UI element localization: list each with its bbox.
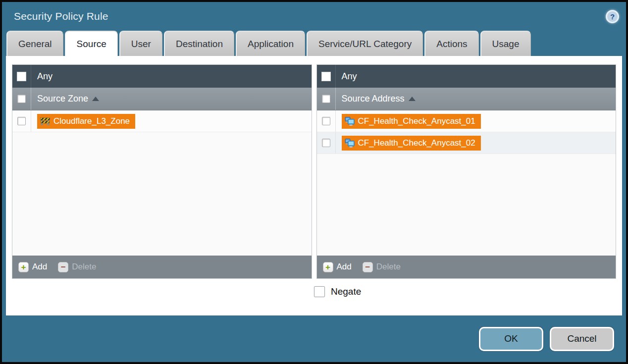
- address-chip[interactable]: CF_Health_Check_Anycast_01: [342, 114, 481, 129]
- row-checkbox-cell: [317, 110, 336, 132]
- address-any-checkbox[interactable]: [321, 72, 331, 81]
- zone-any-label: Any: [37, 71, 52, 82]
- delete-minus-icon: −: [363, 262, 373, 272]
- zone-panel-footer: + Add − Delete: [12, 256, 312, 278]
- zone-icon: [40, 117, 50, 125]
- add-label: Add: [32, 262, 47, 272]
- address-rows: CF_Health_Check_Anycast_01: [317, 110, 616, 256]
- address-selectall-checkbox[interactable]: [322, 95, 330, 103]
- add-plus-icon: +: [18, 262, 29, 272]
- sort-ascending-icon[interactable]: [409, 97, 416, 101]
- zone-any-checkbox-cell: [12, 65, 31, 88]
- row-checkbox[interactable]: [322, 139, 330, 147]
- tab-user[interactable]: User: [119, 31, 162, 56]
- zone-delete-button[interactable]: − Delete: [58, 262, 96, 272]
- tab-destination[interactable]: Destination: [164, 31, 234, 56]
- negate-row: Negate: [12, 286, 616, 297]
- help-icon[interactable]: ?: [606, 10, 619, 23]
- negate-spacer: [12, 286, 314, 297]
- sort-ascending-icon[interactable]: [92, 97, 99, 101]
- zone-rows: Cloudflare_L3_Zone: [12, 110, 312, 256]
- address-column-label[interactable]: Source Address: [342, 94, 405, 104]
- add-plus-icon: +: [323, 262, 333, 272]
- zone-chip[interactable]: Cloudflare_L3_Zone: [37, 114, 135, 129]
- address-add-button[interactable]: + Add: [323, 262, 352, 272]
- tab-application[interactable]: Application: [236, 31, 305, 56]
- zone-selectall-cell: [12, 88, 31, 110]
- tab-general[interactable]: General: [6, 31, 63, 56]
- dialog-footer: OK Cancel: [2, 315, 626, 362]
- tab-actions[interactable]: Actions: [424, 31, 478, 56]
- row-checkbox[interactable]: [17, 117, 26, 125]
- row-checkbox[interactable]: [322, 117, 330, 125]
- address-any-checkbox-cell: [317, 65, 336, 88]
- tab-usage[interactable]: Usage: [480, 31, 531, 56]
- security-policy-rule-dialog: Security Policy Rule ? General Source Us…: [0, 0, 628, 364]
- zone-any-checkbox[interactable]: [17, 72, 26, 81]
- cancel-button[interactable]: Cancel: [550, 327, 614, 351]
- tab-service-url-category[interactable]: Service/URL Category: [307, 31, 423, 56]
- address-any-label: Any: [342, 71, 357, 82]
- delete-label: Delete: [72, 262, 96, 272]
- add-label: Add: [337, 262, 352, 272]
- source-zone-panel: Any Source Zone: [12, 64, 312, 279]
- table-row: CF_Health_Check_Anycast_02: [317, 132, 616, 154]
- zone-column-label[interactable]: Source Zone: [37, 94, 88, 104]
- panels: Any Source Zone: [12, 64, 616, 279]
- negate-container: Negate: [314, 286, 616, 297]
- zone-column-header: Source Zone: [12, 88, 312, 110]
- address-chip[interactable]: CF_Health_Check_Anycast_02: [342, 136, 481, 151]
- zone-add-button[interactable]: + Add: [18, 262, 47, 272]
- address-icon: [345, 117, 355, 126]
- negate-label: Negate: [331, 286, 361, 297]
- negate-checkbox[interactable]: [314, 286, 325, 297]
- source-tab-content: Any Source Zone: [6, 56, 622, 315]
- address-selectall-cell: [317, 88, 336, 110]
- delete-minus-icon: −: [58, 262, 68, 272]
- tab-bar: General Source User Destination Applicat…: [2, 31, 626, 56]
- zone-selectall-checkbox[interactable]: [17, 95, 26, 103]
- source-address-panel: Any Source Address: [316, 64, 617, 279]
- dialog-titlebar: Security Policy Rule ?: [2, 2, 626, 31]
- address-panel-footer: + Add − Delete: [317, 256, 616, 278]
- address-name: CF_Health_Check_Anycast_02: [358, 138, 475, 148]
- address-name: CF_Health_Check_Anycast_01: [358, 116, 475, 126]
- row-checkbox-cell: [12, 110, 31, 132]
- table-row: CF_Health_Check_Anycast_01: [317, 110, 616, 132]
- row-checkbox-cell: [317, 132, 336, 154]
- zone-name: Cloudflare_L3_Zone: [53, 116, 130, 126]
- address-icon: [345, 139, 355, 148]
- delete-label: Delete: [376, 262, 401, 272]
- zone-any-bar: Any: [12, 65, 312, 88]
- address-delete-button[interactable]: − Delete: [363, 262, 401, 272]
- dialog-title: Security Policy Rule: [14, 10, 108, 22]
- table-row: Cloudflare_L3_Zone: [12, 110, 312, 132]
- ok-button[interactable]: OK: [479, 327, 543, 351]
- tab-source[interactable]: Source: [65, 31, 118, 56]
- address-any-bar: Any: [317, 65, 616, 88]
- address-column-header: Source Address: [317, 88, 616, 110]
